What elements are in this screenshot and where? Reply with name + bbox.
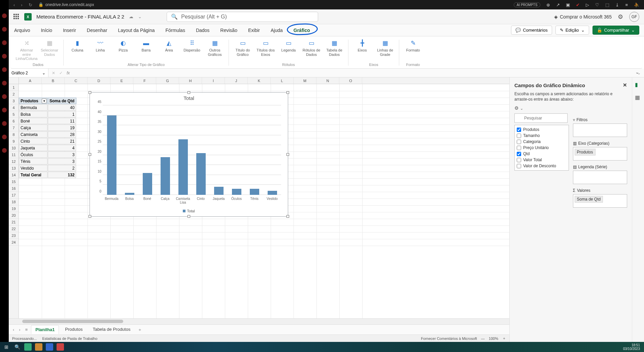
field-checkbox[interactable] — [517, 146, 521, 150]
extension-icon[interactable]: ▣ — [566, 2, 570, 7]
pivot-cell[interactable]: 1 — [48, 111, 76, 117]
field-checkbox[interactable] — [517, 128, 521, 132]
bar[interactable] — [232, 189, 241, 195]
row-header[interactable]: 3 — [9, 98, 19, 104]
resize-handle[interactable] — [188, 91, 190, 94]
prev-sheet-icon[interactable]: ‹ — [11, 327, 15, 332]
tab-layout-da-página[interactable]: Layout da Página — [117, 26, 156, 35]
extension-icon[interactable]: ⊕ — [546, 2, 550, 7]
document-title[interactable]: Meteora Ecommerce - FINAL AULA 2 2 — [36, 14, 124, 20]
activity-item[interactable] — [2, 135, 7, 139]
filters-drop-area[interactable] — [573, 124, 628, 137]
activity-item[interactable] — [2, 67, 7, 72]
column-header[interactable]: D — [88, 77, 110, 84]
forward-icon[interactable]: › — [21, 2, 22, 7]
download-icon[interactable]: ⤓ — [615, 2, 619, 7]
ribbon-cmd-pizza[interactable]: ◐Pizza — [113, 39, 133, 52]
sheet-tab[interactable]: Produtos — [61, 325, 87, 334]
row-header[interactable]: 1 — [9, 84, 19, 91]
bar[interactable] — [268, 191, 277, 195]
row-header[interactable]: 11 — [9, 151, 19, 158]
zoom-out-icon[interactable]: — — [481, 337, 485, 341]
field-checkbox[interactable] — [517, 140, 521, 144]
zoom-in-icon[interactable]: ＋ — [502, 336, 506, 341]
cells-grid[interactable]: Produtos▾Soma de QtdBermuda40Bolsa1Boné1… — [19, 84, 509, 318]
row-header[interactable]: 4 — [9, 104, 19, 111]
activity-item[interactable] — [2, 54, 7, 59]
tab-desenhar[interactable]: Desenhar — [86, 26, 108, 35]
tab-gráfico[interactable]: Gráfico — [293, 26, 311, 35]
row-header[interactable]: 2 — [9, 91, 19, 98]
column-header[interactable]: H — [179, 77, 202, 84]
tab-ajuda[interactable]: Ajuda — [270, 26, 283, 35]
column-header[interactable]: N — [316, 77, 339, 84]
status-stats[interactable]: Estatísticas de Pasta de Trabalho — [42, 337, 97, 341]
pivot-cell[interactable]: Jaqueta — [19, 145, 47, 151]
ribbon-cmd-t-tulos-dos-eixos[interactable]: ▭Títulos dos Eixos — [256, 39, 275, 57]
bar[interactable] — [214, 187, 224, 195]
column-header[interactable]: F — [133, 77, 156, 84]
resize-handle[interactable] — [188, 215, 190, 218]
fx-icon[interactable]: fx — [67, 71, 70, 75]
ribbon-cmd-outros-gr-ficos[interactable]: ▦Outros Gráficos — [205, 39, 225, 57]
pivot-cell[interactable]: Vestido — [19, 165, 47, 171]
feedback-link[interactable]: Fornecer Comentários à Microsoft — [421, 337, 477, 341]
pivot-cell[interactable]: 11 — [48, 118, 76, 124]
chart-legend[interactable]: Total — [90, 209, 288, 213]
pivot-cell[interactable]: 4 — [48, 145, 76, 151]
row-header[interactable]: 7 — [9, 125, 19, 131]
app-launcher-icon[interactable] — [13, 14, 20, 20]
chart-title[interactable]: Total — [90, 93, 288, 102]
chevron-down-icon[interactable]: ⌄ — [520, 106, 523, 110]
chart-fields-icon[interactable]: ▮ — [635, 81, 642, 88]
comments-button[interactable]: 💬Comentários — [511, 26, 552, 35]
chart-plot-area[interactable]: 051015202530354045BermudaBolsaBonéCalçaC… — [103, 105, 281, 195]
horizontal-scrollbar[interactable] — [9, 318, 509, 324]
extension-icon[interactable]: ♡ — [595, 2, 599, 7]
ribbon-cmd-formato[interactable]: ✎Formato — [403, 39, 423, 52]
search-box[interactable]: 🔍 Pesquisar (Alt + G) — [167, 12, 318, 22]
row-header[interactable]: 5 — [9, 111, 19, 118]
row-header[interactable]: 8 — [9, 131, 19, 138]
column-header[interactable]: O — [339, 77, 362, 84]
ribbon-cmd-coluna[interactable]: ▮Coluna — [68, 39, 87, 52]
pivot-cell[interactable]: Tênis — [19, 158, 47, 165]
ribbon-cmd-barra[interactable]: ▬Barra — [136, 39, 156, 52]
row-header[interactable]: 23 — [9, 232, 19, 239]
pivot-cell[interactable]: 132 — [48, 172, 76, 178]
axis-drop-area[interactable]: Produtos — [573, 147, 628, 161]
next-sheet-icon[interactable]: › — [18, 327, 22, 332]
resize-handle[interactable] — [89, 215, 91, 218]
row-header[interactable]: 19 — [9, 205, 19, 212]
pivot-cell[interactable]: Total Geral — [19, 172, 47, 178]
extension-icon[interactable]: ⬚ — [605, 2, 609, 7]
extension-icon[interactable]: ↗ — [556, 2, 560, 7]
resize-handle[interactable] — [89, 153, 91, 156]
row-header[interactable]: 21 — [9, 219, 19, 225]
tab-início[interactable]: Início — [40, 26, 53, 35]
activity-item[interactable] — [2, 148, 7, 153]
pivot-cell[interactable]: 2 — [48, 165, 76, 171]
ribbon-cmd-r-tulos-de-dados[interactable]: ▭Rótulos de Dados — [302, 39, 321, 57]
bar[interactable] — [107, 115, 116, 195]
task-icon[interactable] — [57, 343, 64, 351]
format-pane-icon[interactable]: ▦ — [635, 94, 642, 101]
ribbon-cmd-t-tulo-do-gr-fico[interactable]: ▭Título do Gráfico — [233, 39, 252, 57]
column-header[interactable]: A — [19, 77, 42, 84]
activity-item[interactable] — [2, 94, 7, 99]
row-header[interactable]: 17 — [9, 192, 19, 199]
pivot-cell[interactable]: Óculos — [19, 151, 47, 158]
field-item[interactable]: Qtd — [517, 151, 567, 157]
all-sheets-icon[interactable]: ≡ — [24, 327, 29, 332]
activity-item[interactable] — [2, 81, 7, 85]
bar[interactable] — [161, 157, 170, 195]
extension-icon[interactable]: ▷ — [586, 2, 589, 7]
settings-icon[interactable]: ⚙ — [618, 13, 623, 21]
column-header[interactable]: L — [271, 77, 294, 84]
row-header[interactable]: 6 — [9, 118, 19, 125]
taskbar-clock[interactable]: 18:51 03/10/2023 — [623, 343, 641, 351]
resize-handle[interactable] — [286, 215, 289, 218]
pivot-cell[interactable]: 28 — [48, 131, 76, 138]
sheet-tab[interactable]: Planilha1 — [31, 325, 59, 334]
field-item[interactable]: Preço Unitário — [517, 145, 567, 151]
